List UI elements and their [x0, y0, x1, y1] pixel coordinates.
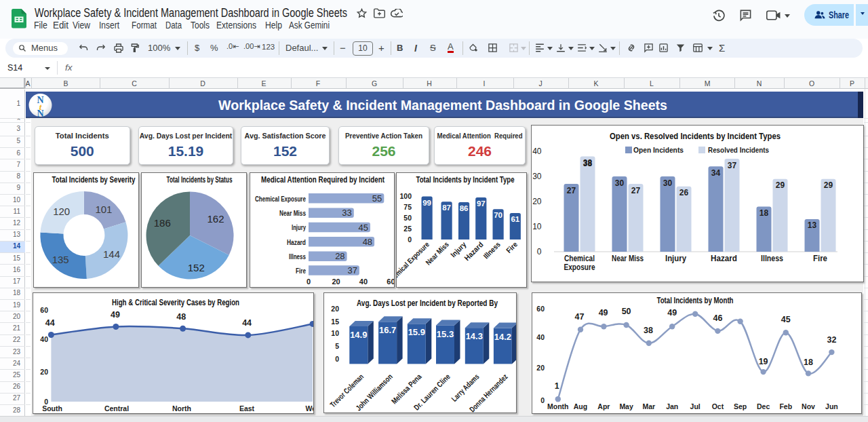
svg-text:Oct: Oct [712, 402, 724, 410]
svg-text:Jun: Jun [825, 402, 838, 410]
svg-text:Feb: Feb [779, 402, 792, 410]
svg-text:20: 20 [331, 305, 339, 313]
svg-text:Jul: Jul [690, 402, 701, 410]
svg-text:34: 34 [711, 168, 721, 178]
svg-text:Insert: Insert [99, 20, 119, 31]
svg-text:Hazard: Hazard [711, 254, 737, 263]
svg-text:50: 50 [622, 307, 631, 316]
svg-text:32: 32 [827, 335, 836, 345]
svg-text:5: 5 [335, 342, 339, 350]
svg-text:Resolved Incidents: Resolved Incidents [708, 146, 769, 154]
svg-text:86: 86 [460, 204, 469, 212]
svg-text:14.3: 14.3 [466, 331, 483, 341]
svg-text:Medical Attention Required by: Medical Attention Required by Incident [261, 175, 384, 185]
svg-text:0: 0 [540, 396, 545, 404]
svg-text:37: 37 [728, 161, 737, 170]
svg-text:256: 256 [372, 143, 395, 159]
svg-text:33: 33 [342, 208, 351, 218]
svg-text:15.3: 15.3 [437, 329, 454, 339]
svg-text:50: 50 [403, 214, 412, 222]
svg-text:Hazard: Hazard [287, 238, 306, 246]
svg-text:West: West [306, 404, 313, 413]
svg-text:15.19: 15.19 [167, 143, 203, 159]
svg-text:N: N [37, 109, 43, 117]
svg-text:15: 15 [331, 318, 339, 326]
svg-text:Central: Central [104, 404, 129, 413]
svg-text:Preventive Action Taken: Preventive Action Taken [345, 132, 422, 140]
svg-text:246: 246 [468, 143, 492, 159]
svg-text:46: 46 [713, 313, 722, 323]
svg-text:0: 0 [307, 277, 311, 286]
svg-text:40: 40 [359, 277, 368, 286]
svg-text:60: 60 [536, 305, 545, 313]
svg-text:Share: Share [829, 9, 849, 20]
svg-text:61: 61 [511, 215, 519, 223]
svg-text:Fire: Fire [296, 267, 306, 275]
svg-text:99: 99 [422, 199, 431, 207]
svg-text:30: 30 [532, 172, 542, 181]
svg-text:30: 30 [663, 178, 673, 188]
svg-text:144: 144 [102, 248, 119, 260]
svg-text:38: 38 [644, 326, 653, 335]
svg-text:East: East [239, 404, 255, 413]
svg-text:10: 10 [532, 222, 542, 231]
svg-text:File: File [34, 20, 47, 31]
svg-text:100: 100 [399, 192, 412, 200]
svg-text:29: 29 [776, 180, 785, 190]
svg-text:60: 60 [387, 277, 395, 286]
svg-text:44: 44 [45, 318, 55, 328]
svg-text:Illness: Illness [289, 252, 306, 261]
svg-text:Edit: Edit [53, 20, 68, 31]
svg-text:Chemical Exposure: Chemical Exposure [255, 195, 306, 203]
svg-text:Workplace Safety & Incident Ma: Workplace Safety & Incident Management D… [35, 6, 347, 20]
svg-text:26: 26 [679, 188, 689, 197]
svg-text:13: 13 [808, 220, 817, 230]
svg-text:Open Incidents: Open Incidents [633, 146, 684, 154]
svg-text:40: 40 [40, 335, 48, 343]
svg-text:38: 38 [583, 159, 593, 168]
svg-text:19: 19 [759, 357, 768, 366]
svg-text:1: 1 [555, 381, 559, 391]
svg-text:45: 45 [359, 223, 368, 233]
svg-text:Near Miss: Near Miss [612, 254, 644, 263]
svg-text:14.9: 14.9 [350, 330, 367, 340]
svg-text:Injury: Injury [292, 223, 306, 231]
svg-text:Fire: Fire [813, 254, 827, 263]
svg-text:High & Critical Severity Cases: High & Critical Severity Cases by Region [112, 298, 239, 307]
svg-text:Near Miss: Near Miss [279, 209, 306, 217]
svg-text:Apr: Apr [597, 402, 610, 410]
svg-text:Total Incidents by Month: Total Incidents by Month [657, 296, 734, 305]
svg-text:Total Incidents by Severity: Total Incidents by Severity [52, 175, 135, 185]
svg-text:87: 87 [442, 204, 451, 212]
svg-text:27: 27 [631, 186, 641, 195]
svg-text:48: 48 [176, 312, 186, 322]
svg-text:Total Incidents by Incident Ty: Total Incidents by Incident Type [416, 175, 515, 185]
svg-text:15.9: 15.9 [408, 327, 425, 337]
svg-text:120: 120 [53, 206, 70, 217]
svg-text:Ask Gemini: Ask Gemini [289, 20, 330, 31]
svg-text:Tools: Tools [191, 20, 210, 31]
svg-text:Illness: Illness [761, 254, 783, 263]
svg-text:49: 49 [599, 308, 608, 318]
svg-text:40: 40 [532, 147, 542, 156]
svg-text:101: 101 [95, 204, 112, 215]
svg-text:49: 49 [111, 310, 120, 320]
svg-text:20: 20 [332, 277, 340, 286]
svg-text:20: 20 [532, 197, 542, 206]
svg-text:48: 48 [363, 237, 372, 247]
svg-text:Data: Data [165, 20, 182, 31]
svg-text:27: 27 [567, 186, 576, 195]
svg-text:55: 55 [372, 193, 382, 204]
svg-text:14.2: 14.2 [494, 332, 511, 342]
svg-text:Extensions: Extensions [216, 20, 256, 31]
svg-text:Open vs. Resolved Incidents by: Open vs. Resolved Incidents by Incident … [610, 131, 781, 141]
svg-text:500: 500 [71, 143, 94, 159]
svg-text:186: 186 [154, 217, 171, 229]
svg-text:30: 30 [615, 178, 625, 188]
svg-text:Format: Format [132, 20, 157, 31]
svg-text:Sep: Sep [734, 402, 747, 410]
svg-text:152: 152 [273, 143, 296, 159]
svg-text:18: 18 [804, 358, 813, 367]
svg-text:Chemical: Chemical [564, 254, 595, 263]
svg-text:60: 60 [40, 306, 48, 314]
